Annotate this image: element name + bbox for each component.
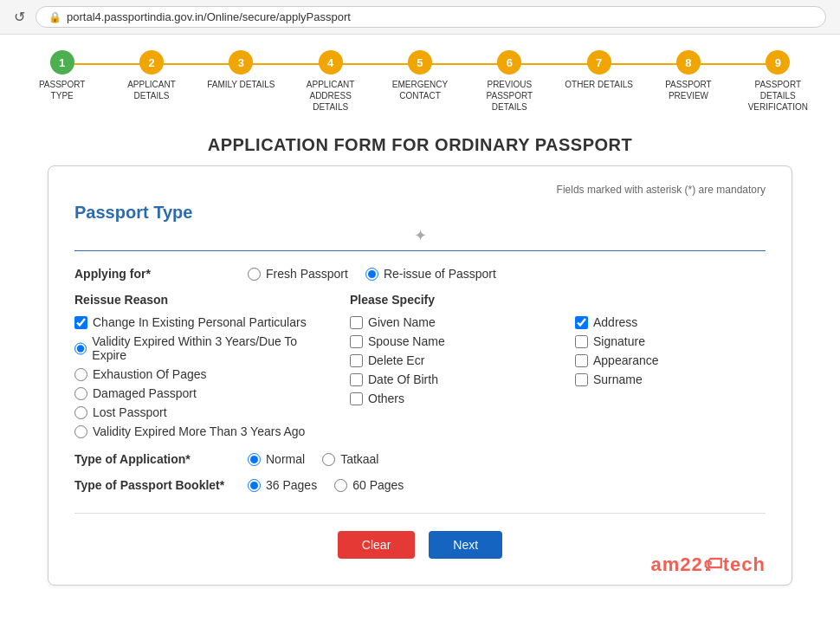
step-1-circle: 1 xyxy=(50,50,74,74)
next-button[interactable]: Next xyxy=(429,531,502,559)
given-name-checkbox[interactable] xyxy=(350,316,363,329)
validity-within3-label: Validity Expired Within 3 Years/Due To E… xyxy=(92,334,324,362)
appearance-checkbox[interactable] xyxy=(575,354,588,367)
reissue-passport-radio[interactable] xyxy=(365,268,378,281)
step-1[interactable]: 1 PASSPORT TYPE xyxy=(17,50,107,101)
validity-more3-radio[interactable] xyxy=(74,425,87,438)
reissue-passport-label: Re-issue of Passport xyxy=(384,267,496,281)
appearance-label: Appearance xyxy=(593,353,659,367)
others-checkbox[interactable] xyxy=(350,392,363,405)
url-text: portal4.passportindia.gov.in/Online/secu… xyxy=(67,10,351,23)
specify-address[interactable]: Address xyxy=(575,315,766,329)
specify-delete-ecr[interactable]: Delete Ecr xyxy=(350,353,540,367)
reissue-reason-exhaustion[interactable]: Exhaustion Of Pages xyxy=(74,367,324,381)
step-6-circle: 6 xyxy=(497,50,521,74)
step-5-label: EMERGENCY CONTACT xyxy=(385,79,455,101)
compass-icon: ✦ xyxy=(74,226,766,245)
step-9[interactable]: 9 PASSPORT DETAILS VERIFICATION xyxy=(733,50,823,113)
step-5[interactable]: 5 EMERGENCY CONTACT xyxy=(375,50,464,101)
reissue-reason-change-personal[interactable]: Change In Existing Personal Particulars xyxy=(74,315,324,329)
section-divider xyxy=(74,250,766,251)
60pages-radio[interactable] xyxy=(334,479,347,492)
36pages-radio[interactable] xyxy=(248,479,261,492)
spouse-name-checkbox[interactable] xyxy=(350,335,363,348)
address-checkbox[interactable] xyxy=(575,316,588,329)
step-2-label: APPLICANT DETAILS xyxy=(117,79,186,101)
change-personal-label: Change In Existing Personal Particulars xyxy=(93,315,307,329)
date-of-birth-label: Date Of Birth xyxy=(368,372,438,386)
please-specify-col: Please Specify Given Name Address Spouse… xyxy=(350,293,766,438)
date-of-birth-checkbox[interactable] xyxy=(350,373,363,386)
required-star: * xyxy=(145,267,150,281)
normal-option[interactable]: Normal xyxy=(248,452,305,466)
reissue-reason-validity-within3[interactable]: Validity Expired Within 3 Years/Due To E… xyxy=(74,334,324,362)
normal-radio[interactable] xyxy=(248,453,261,466)
step-2[interactable]: 2 APPLICANT DETAILS xyxy=(107,50,196,101)
refresh-icon[interactable]: ↺ xyxy=(14,9,25,25)
change-personal-checkbox[interactable] xyxy=(74,316,87,329)
tatkaal-label: Tatkaal xyxy=(340,452,378,466)
type-of-application-row: Type of Application* Normal Tatkaal xyxy=(74,452,766,466)
specify-signature[interactable]: Signature xyxy=(575,334,766,348)
others-label: Others xyxy=(368,392,404,405)
surname-checkbox[interactable] xyxy=(575,373,588,386)
specify-surname[interactable]: Surname xyxy=(575,372,766,386)
specify-date-of-birth[interactable]: Date Of Birth xyxy=(350,372,540,386)
url-bar[interactable]: 🔒 portal4.passportindia.gov.in/Online/se… xyxy=(36,6,826,28)
step-7-circle: 7 xyxy=(587,50,611,74)
application-type-options: Normal Tatkaal xyxy=(248,452,378,466)
applying-for-label: Applying for* xyxy=(74,267,248,281)
tatkaal-option[interactable]: Tatkaal xyxy=(322,452,378,466)
step-6-label: PREVIOUS PASSPORT DETAILS xyxy=(475,79,544,113)
step-3-circle: 3 xyxy=(229,50,253,74)
reissue-reason-lost[interactable]: Lost Passport xyxy=(74,405,324,419)
specify-given-name[interactable]: Given Name xyxy=(350,315,540,329)
button-row: Clear Next xyxy=(74,513,766,559)
page-title: APPLICATION FORM FOR ORDINARY PASSPORT xyxy=(0,135,840,155)
signature-checkbox[interactable] xyxy=(575,335,588,348)
step-9-circle: 9 xyxy=(766,50,790,74)
60pages-label: 60 Pages xyxy=(352,478,404,492)
step-6[interactable]: 6 PREVIOUS PASSPORT DETAILS xyxy=(465,50,554,113)
reissue-passport-option[interactable]: Re-issue of Passport xyxy=(365,267,496,281)
reissue-reason-col: Reissue Reason Change In Existing Person… xyxy=(74,293,324,438)
reissue-section: Reissue Reason Change In Existing Person… xyxy=(74,293,766,438)
specify-spouse-name[interactable]: Spouse Name xyxy=(350,334,540,348)
applying-options: Fresh Passport Re-issue of Passport xyxy=(248,267,496,281)
tatkaal-radio[interactable] xyxy=(322,453,335,466)
lost-radio[interactable] xyxy=(74,406,87,419)
address-label: Address xyxy=(593,315,637,329)
form-card: Fields marked with asterisk (*) are mand… xyxy=(48,165,792,586)
36pages-option[interactable]: 36 Pages xyxy=(248,478,317,492)
delete-ecr-label: Delete Ecr xyxy=(368,353,424,367)
step-2-circle: 2 xyxy=(139,50,164,74)
reissue-reason-damaged[interactable]: Damaged Passport xyxy=(74,386,324,400)
watermark-icon: 🏷 xyxy=(703,554,723,575)
section-title: Passport Type xyxy=(74,203,766,223)
60pages-option[interactable]: 60 Pages xyxy=(334,478,404,492)
fresh-passport-option[interactable]: Fresh Passport xyxy=(248,267,348,281)
validity-within3-radio[interactable] xyxy=(74,342,87,355)
specify-appearance[interactable]: Appearance xyxy=(575,353,766,367)
normal-label: Normal xyxy=(266,452,305,466)
page-wrapper: 1 PASSPORT TYPE 2 APPLICANT DETAILS 3 FA… xyxy=(0,35,840,628)
browser-bar: ↺ 🔒 portal4.passportindia.gov.in/Online/… xyxy=(0,0,840,35)
clear-button[interactable]: Clear xyxy=(338,531,415,559)
step-3[interactable]: 3 FAMILY DETAILS xyxy=(197,50,286,90)
exhaustion-radio[interactable] xyxy=(74,368,87,381)
fresh-passport-radio[interactable] xyxy=(248,268,261,281)
watermark: am22🏷tech xyxy=(650,554,766,576)
reissue-reason-validity-more3[interactable]: Validity Expired More Than 3 Years Ago xyxy=(74,424,324,438)
specify-others[interactable]: Others xyxy=(350,392,540,405)
step-5-circle: 5 xyxy=(408,50,432,74)
step-4-label: APPLICANT ADDRESS DETAILS xyxy=(296,79,365,113)
step-7[interactable]: 7 OTHER DETAILS xyxy=(554,50,643,90)
specify-grid: Given Name Address Spouse Name Signature xyxy=(350,315,766,405)
delete-ecr-checkbox[interactable] xyxy=(350,354,363,367)
step-4[interactable]: 4 APPLICANT ADDRESS DETAILS xyxy=(286,50,375,113)
lock-icon: 🔒 xyxy=(48,11,61,23)
damaged-radio[interactable] xyxy=(74,387,87,400)
step-8[interactable]: 8 PASSPORT PREVIEW xyxy=(643,50,733,101)
applying-for-row: Applying for* Fresh Passport Re-issue of… xyxy=(74,267,766,281)
signature-label: Signature xyxy=(593,334,645,348)
